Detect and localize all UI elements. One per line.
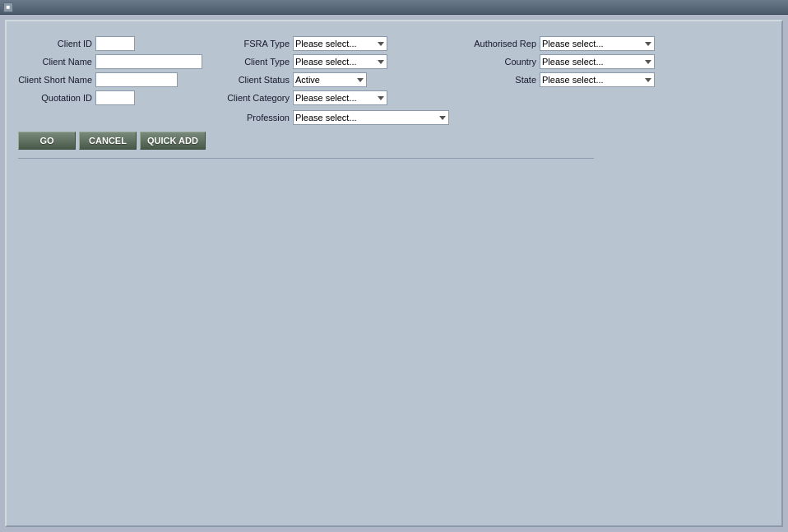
client-status-row: Client Status Active Inactive (216, 72, 449, 87)
client-category-label: Client Category (216, 93, 290, 103)
right-column: Authorised Rep Please select... Country … (462, 36, 655, 125)
state-label: State (462, 75, 536, 85)
profession-select[interactable]: Please select... (293, 110, 449, 125)
quotation-id-input[interactable] (95, 90, 135, 105)
client-id-input[interactable] (95, 36, 135, 51)
profession-row: Profession Please select... (216, 110, 449, 125)
form-area: Client ID Client Name Client Short Name … (15, 30, 773, 165)
left-column: Client ID Client Name Client Short Name … (18, 36, 202, 125)
state-select[interactable]: Please select... (540, 72, 655, 87)
client-short-name-input[interactable] (95, 72, 178, 87)
client-type-label: Client Type (216, 57, 290, 67)
client-status-label: Client Status (216, 75, 290, 85)
client-type-row: Client Type Please select... (216, 54, 449, 69)
middle-column: FSRA Type Please select... Client Type P… (216, 36, 449, 125)
state-row: State Please select... (462, 72, 655, 87)
client-name-row: Client Name (18, 54, 202, 69)
window-icon: ■ (3, 2, 13, 12)
country-select[interactable]: Please select... (540, 54, 655, 69)
divider (18, 158, 594, 159)
fsra-type-select[interactable]: Please select... (293, 36, 387, 51)
fsra-type-label: FSRA Type (216, 39, 290, 49)
client-name-label: Client Name (18, 57, 92, 67)
authorised-rep-select[interactable]: Please select... (540, 36, 655, 51)
quotation-id-label: Quotation ID (18, 93, 92, 103)
client-category-row: Client Category Please select... (216, 90, 449, 105)
title-bar: ■ (0, 0, 788, 15)
button-row: GO CANCEL QUICK ADD (18, 132, 770, 150)
client-short-name-label: Client Short Name (18, 75, 92, 85)
main-container: Client ID Client Name Client Short Name … (5, 20, 783, 527)
form-columns: Client ID Client Name Client Short Name … (18, 36, 770, 125)
client-status-select[interactable]: Active Inactive (293, 72, 367, 87)
fsra-type-row: FSRA Type Please select... (216, 36, 449, 51)
authorised-rep-row: Authorised Rep Please select... (462, 36, 655, 51)
client-id-label: Client ID (18, 39, 92, 49)
client-short-name-row: Client Short Name (18, 72, 202, 87)
client-type-select[interactable]: Please select... (293, 54, 387, 69)
profession-label: Profession (216, 113, 290, 123)
country-row: Country Please select... (462, 54, 655, 69)
cancel-button[interactable]: CANCEL (79, 132, 137, 150)
go-button[interactable]: GO (18, 132, 76, 150)
client-id-row: Client ID (18, 36, 202, 51)
quick-add-button[interactable]: QUICK ADD (140, 132, 206, 150)
client-name-input[interactable] (95, 54, 202, 69)
quotation-id-row: Quotation ID (18, 90, 202, 105)
authorised-rep-label: Authorised Rep (462, 39, 536, 49)
client-category-select[interactable]: Please select... (293, 90, 387, 105)
country-label: Country (462, 57, 536, 67)
